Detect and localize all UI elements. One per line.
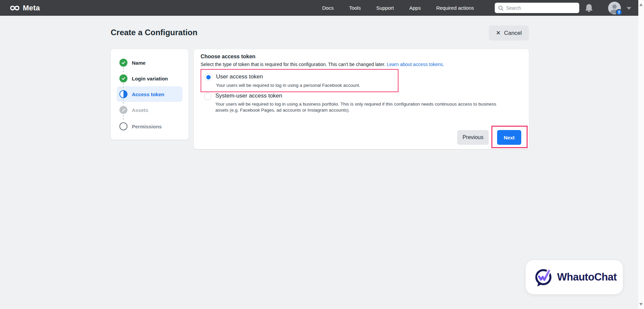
step-assets[interactable]: Assets <box>119 106 148 114</box>
close-icon: ✕ <box>496 30 500 36</box>
scroll-down-arrow-icon[interactable] <box>639 303 643 306</box>
stepper-panel: Name Login variation Access token Assets… <box>111 49 189 140</box>
step-connector <box>123 68 124 72</box>
whautochat-watermark: WhautoChat <box>526 260 623 294</box>
radio-user-access-token[interactable] <box>205 73 212 81</box>
check-circle-icon <box>119 59 127 67</box>
step-access-token[interactable]: Access token <box>119 90 164 98</box>
step-label: Access token <box>132 91 164 97</box>
nav-link-docs[interactable]: Docs <box>322 5 333 11</box>
search-input[interactable] <box>506 5 570 11</box>
nav-link-required-actions[interactable]: Required actions <box>436 5 474 11</box>
vertical-scrollbar[interactable] <box>638 0 644 309</box>
annotation-highlight-next-button <box>491 126 528 148</box>
top-navbar: Meta Docs Tools Support Apps Required ac… <box>0 0 638 16</box>
whautochat-logo-icon <box>534 267 553 287</box>
step-connector <box>123 83 124 88</box>
radio-system-user-access-token[interactable] <box>204 93 211 100</box>
pencil-circle-icon <box>119 106 127 114</box>
step-label: Login variation <box>132 76 168 81</box>
brand-name: Meta <box>23 4 40 12</box>
step-label: Name <box>132 60 146 66</box>
panel-description-text: Select the type of token that is require… <box>201 62 385 67</box>
step-permissions[interactable]: Permissions <box>119 122 162 130</box>
option-description: Your users will be required to log in us… <box>215 101 504 113</box>
panel-heading: Choose access token <box>201 54 256 60</box>
nav-link-apps[interactable]: Apps <box>409 5 421 11</box>
step-label: Permissions <box>132 124 162 129</box>
option-label-system-user-access-token[interactable]: System-user access token <box>215 92 282 99</box>
cancel-button-label: Cancel <box>504 30 522 37</box>
empty-circle-icon <box>119 122 127 130</box>
user-avatar[interactable]: f <box>608 2 621 14</box>
half-progress-circle-icon <box>119 90 127 98</box>
annotation-highlight-user-token: User access token Your users will be req… <box>201 69 398 92</box>
learn-about-access-tokens-link[interactable]: Learn about access tokens. <box>387 62 444 67</box>
cancel-button[interactable]: ✕ Cancel <box>489 25 529 41</box>
account-menu-caret-icon[interactable] <box>627 7 631 10</box>
meta-infinity-icon <box>9 4 20 12</box>
search-icon <box>498 5 503 11</box>
option-label-user-access-token[interactable]: User access token <box>216 73 263 80</box>
meta-logo[interactable]: Meta <box>9 0 40 16</box>
step-label: Assets <box>132 107 148 113</box>
nav-links: Docs Tools Support Apps Required actions <box>322 0 474 16</box>
step-login-variation[interactable]: Login variation <box>119 74 168 82</box>
nav-link-tools[interactable]: Tools <box>349 5 361 11</box>
step-name[interactable]: Name <box>119 59 146 67</box>
step-connector <box>123 115 124 120</box>
step-connector <box>123 99 124 104</box>
previous-button[interactable]: Previous <box>457 130 489 145</box>
facebook-badge-icon: f <box>616 9 622 15</box>
scroll-up-arrow-icon[interactable] <box>639 3 643 6</box>
nav-link-support[interactable]: Support <box>376 5 394 11</box>
radio-selected-dot <box>206 75 211 79</box>
check-circle-icon <box>119 74 127 82</box>
search-box[interactable] <box>495 3 579 13</box>
notifications-bell-icon[interactable] <box>584 3 594 14</box>
choose-access-token-panel: Choose access token Select the type of t… <box>194 49 529 149</box>
panel-description: Select the type of token that is require… <box>201 62 444 67</box>
option-description: Your users will be required to log in us… <box>216 82 360 88</box>
whautochat-brand-text: WhautoChat <box>557 271 617 283</box>
page-title: Create a Configuration <box>111 28 198 37</box>
